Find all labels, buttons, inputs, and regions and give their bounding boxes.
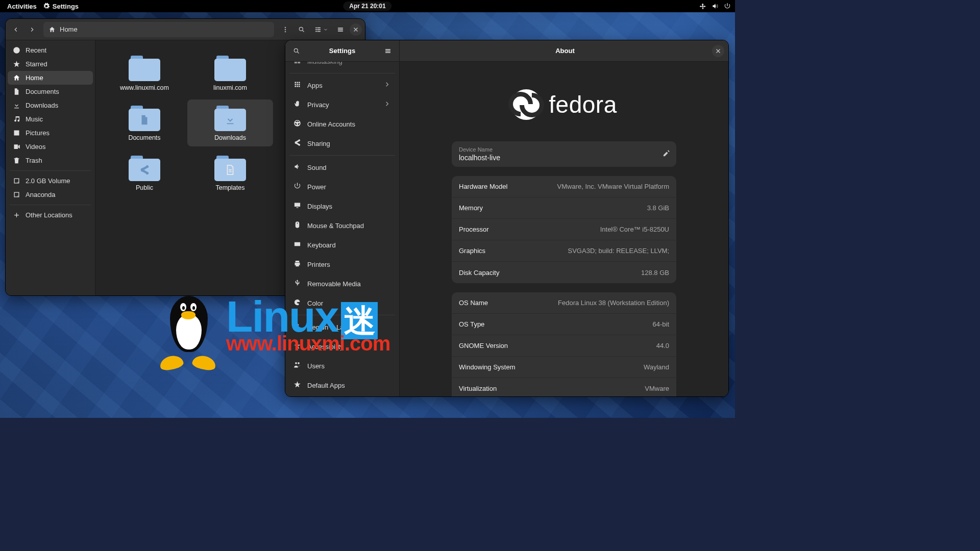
- settings-row-keyboard[interactable]: Keyboard: [288, 235, 396, 255]
- device-name-label: Device Name: [459, 146, 493, 153]
- info-row[interactable]: ProcessorIntel® Core™ i5-8250U: [452, 219, 676, 240]
- location-options-button[interactable]: [278, 22, 292, 37]
- search-icon: [293, 47, 300, 55]
- mouse-icon: [293, 221, 301, 230]
- sidebar-item-music[interactable]: Music: [8, 112, 93, 126]
- sidebar-item-trash[interactable]: Trash: [8, 154, 93, 167]
- settings-separator: [289, 73, 395, 73]
- sidebar-item-label: 2.0 GB Volume: [26, 177, 70, 185]
- volume-icon[interactable]: [712, 3, 719, 10]
- info-row[interactable]: GraphicsSVGA3D; build: RELEASE; LLVM;: [452, 240, 676, 262]
- settings-row-removable-media[interactable]: Removable Media: [288, 274, 396, 293]
- display-icon: [293, 202, 301, 211]
- sidebar-item-label: Anaconda: [26, 191, 56, 198]
- settings-row-multitasking[interactable]: Multitasking: [288, 62, 396, 71]
- starapp-icon: [293, 381, 301, 390]
- sidebar-item-videos[interactable]: Videos: [8, 140, 93, 154]
- hand-icon: [293, 100, 301, 109]
- settings-row-displays[interactable]: Displays: [288, 196, 396, 216]
- settings-row-label: Region & Language: [307, 323, 366, 331]
- device-name-card[interactable]: Device Name localhost-live: [452, 141, 676, 167]
- sidebar-item-documents[interactable]: Documents: [8, 85, 93, 98]
- folder-item[interactable]: Documents: [102, 99, 187, 146]
- sidebar-item-anaconda[interactable]: Anaconda: [8, 188, 93, 202]
- files-headerbar: Home: [6, 19, 365, 40]
- svg-point-2: [285, 31, 286, 32]
- settings-row-sound[interactable]: Sound: [288, 158, 396, 177]
- nav-forward-button[interactable]: [25, 22, 39, 37]
- clock[interactable]: Apr 21 20:01: [343, 2, 391, 11]
- flag-icon: [293, 322, 301, 332]
- window-close-button[interactable]: [712, 45, 724, 57]
- folder-item[interactable]: Templates: [187, 149, 273, 196]
- settings-row-color[interactable]: Color: [288, 293, 396, 313]
- info-value: VMware: [645, 385, 669, 392]
- folder-item[interactable]: Downloads: [187, 99, 273, 146]
- settings-row-apps[interactable]: Apps: [288, 76, 396, 95]
- power-icon[interactable]: [724, 3, 731, 10]
- edit-icon[interactable]: [663, 149, 670, 159]
- info-value: 3.8 GiB: [647, 204, 669, 212]
- apps-icon: [293, 81, 301, 90]
- settings-row-label: Default Apps: [307, 382, 345, 389]
- settings-row-region-language[interactable]: Region & Language: [288, 317, 396, 337]
- info-row[interactable]: Memory3.8 GiB: [452, 197, 676, 219]
- settings-row-mouse-touchpad[interactable]: Mouse & Touchpad: [288, 216, 396, 235]
- location-bar[interactable]: Home: [43, 22, 274, 37]
- folder-icon: [214, 155, 246, 181]
- power-icon: [293, 182, 301, 191]
- sidebar-item-label: Home: [26, 74, 43, 82]
- settings-row-privacy[interactable]: Privacy: [288, 95, 396, 114]
- settings-row-label: Mouse & Touchpad: [307, 222, 364, 230]
- sidebar-item-recent[interactable]: Recent: [8, 43, 93, 57]
- info-row[interactable]: Hardware ModelVMware, Inc. VMware Virtua…: [452, 176, 676, 197]
- settings-row-users[interactable]: Users: [288, 356, 396, 375]
- home-icon: [48, 26, 56, 33]
- folder-icon: [129, 105, 160, 131]
- sidebar-item-home[interactable]: Home: [8, 71, 93, 85]
- info-value: SVGA3D; build: RELEASE; LLVM;: [568, 247, 669, 255]
- info-row[interactable]: OS NameFedora Linux 38 (Workstation Edit…: [452, 292, 676, 314]
- folder-label: linuxmi.com: [213, 84, 247, 91]
- info-row[interactable]: GNOME Version44.0: [452, 335, 676, 357]
- settings-row-date-time[interactable]: Date & Time: [288, 395, 396, 396]
- main-menu-button[interactable]: [333, 22, 348, 37]
- grid-icon: [293, 62, 301, 66]
- sidebar-item-label: Starred: [26, 60, 47, 68]
- settings-row-power[interactable]: Power: [288, 177, 396, 196]
- info-key: GNOME Version: [459, 342, 508, 349]
- info-value: 128.8 GB: [641, 269, 669, 277]
- info-row[interactable]: VirtualizationVMware: [452, 378, 676, 396]
- settings-row-sharing[interactable]: Sharing: [288, 134, 396, 153]
- settings-row-default-apps[interactable]: Default Apps: [288, 375, 396, 395]
- settings-row-label: Users: [307, 362, 325, 370]
- info-row[interactable]: OS Type64-bit: [452, 314, 676, 335]
- sidebar-item-pictures[interactable]: Pictures: [8, 126, 93, 140]
- folder-label: www.linuxmi.com: [120, 84, 169, 91]
- window-close-button[interactable]: [350, 23, 362, 36]
- info-row[interactable]: Windowing SystemWayland: [452, 357, 676, 378]
- settings-search-button[interactable]: [289, 44, 304, 58]
- folder-item[interactable]: www.linuxmi.com: [102, 49, 187, 96]
- close-icon: [715, 47, 722, 55]
- view-toggle-button[interactable]: [311, 22, 331, 37]
- sidebar-item-label: Trash: [26, 157, 42, 164]
- sidebar-item-downloads[interactable]: Downloads: [8, 98, 93, 112]
- search-button[interactable]: [295, 22, 309, 37]
- settings-row-accessibility[interactable]: Accessibility: [288, 337, 396, 356]
- settings-sidebar-title: Settings: [329, 47, 355, 55]
- panel-app-menu[interactable]: Settings: [40, 2, 82, 11]
- nav-back-button[interactable]: [9, 22, 23, 37]
- sidebar-item-other-locations[interactable]: Other Locations: [8, 208, 93, 222]
- settings-row-online-accounts[interactable]: Online Accounts: [288, 114, 396, 134]
- sidebar-item-vol20[interactable]: 2.0 GB Volume: [8, 174, 93, 188]
- network-icon[interactable]: [699, 3, 706, 10]
- folder-item[interactable]: Public: [102, 149, 187, 196]
- sidebar-item-starred[interactable]: Starred: [8, 57, 93, 71]
- chevron-right-icon: [383, 81, 391, 90]
- settings-row-printers[interactable]: Printers: [288, 255, 396, 274]
- folder-item[interactable]: linuxmi.com: [187, 49, 273, 96]
- activities-button[interactable]: Activities: [4, 2, 40, 11]
- settings-menu-button[interactable]: [381, 44, 395, 58]
- info-row[interactable]: Disk Capacity128.8 GB: [452, 262, 676, 283]
